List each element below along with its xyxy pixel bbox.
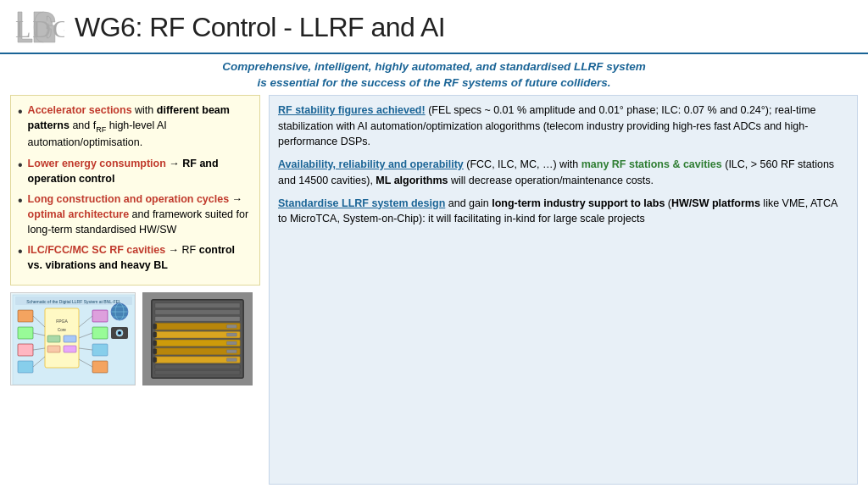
svg-rect-53 — [155, 371, 240, 375]
main-content: Accelerator sections with different beam… — [0, 95, 868, 488]
ldg-logo: LDG — [14, 7, 64, 47]
svg-rect-48 — [226, 334, 236, 337]
svg-rect-40 — [155, 310, 240, 315]
svg-rect-15 — [47, 346, 60, 352]
left-panel: Accelerator sections with different beam… — [10, 95, 260, 485]
svg-rect-54 — [153, 324, 157, 330]
svg-point-36 — [118, 331, 121, 335]
svg-rect-19 — [92, 344, 108, 356]
bullet-list: Accelerator sections with different beam… — [18, 103, 251, 274]
svg-rect-16 — [64, 346, 76, 352]
right-panel: RF stability figures achieved! (FEL spec… — [269, 95, 858, 485]
svg-rect-7 — [18, 327, 33, 339]
images-row: Schematic of the Digital LLRF System at … — [10, 292, 260, 385]
bullet-box: Accelerator sections with different beam… — [10, 95, 260, 286]
svg-rect-39 — [155, 303, 240, 308]
svg-rect-20 — [92, 361, 108, 373]
standardise-section: Standardise LLRF system design and gain … — [278, 196, 849, 228]
svg-rect-18 — [92, 327, 108, 339]
svg-rect-8 — [18, 344, 33, 356]
equipment-photo — [142, 292, 253, 385]
svg-rect-13 — [47, 336, 60, 342]
svg-rect-9 — [18, 361, 33, 373]
svg-rect-49 — [226, 341, 236, 345]
rf-stability-section: RF stability figures achieved! (FEL spec… — [278, 103, 849, 150]
svg-rect-57 — [153, 349, 157, 354]
svg-rect-52 — [155, 365, 240, 369]
availability-section: Availability, reliability and operabilit… — [278, 157, 849, 189]
header: LDG WG6: RF Control - LLRF and AI — [0, 0, 868, 54]
svg-rect-17 — [92, 310, 108, 322]
svg-text:Schematic of the Digital LLRF : Schematic of the Digital LLRF System at … — [26, 299, 121, 304]
svg-rect-6 — [18, 310, 33, 322]
svg-text:FPGA: FPGA — [56, 319, 68, 324]
schematic-diagram: Schematic of the Digital LLRF System at … — [10, 292, 136, 385]
svg-rect-55 — [153, 333, 157, 338]
svg-rect-47 — [226, 325, 236, 329]
svg-rect-14 — [64, 336, 76, 342]
page-title: WG6: RF Control - LLRF and AI — [75, 12, 445, 43]
list-item: Lower energy consumption → RF and operat… — [18, 156, 251, 186]
svg-rect-56 — [153, 341, 157, 346]
list-item: Accelerator sections with different beam… — [18, 103, 251, 151]
subtitle-text: Comprehensive, intelligent, highly autom… — [17, 59, 851, 92]
svg-rect-58 — [153, 358, 157, 363]
subtitle-bar: Comprehensive, intelligent, highly autom… — [0, 54, 868, 95]
svg-rect-50 — [226, 350, 236, 353]
list-item: Long construction and operation cycles →… — [18, 191, 251, 237]
svg-text:Core: Core — [58, 328, 66, 332]
svg-rect-41 — [155, 317, 240, 322]
svg-text:LDG: LDG — [15, 14, 64, 42]
svg-rect-51 — [226, 358, 236, 362]
list-item: ILC/FCC/MC SC RF cavities → RF control v… — [18, 242, 251, 273]
